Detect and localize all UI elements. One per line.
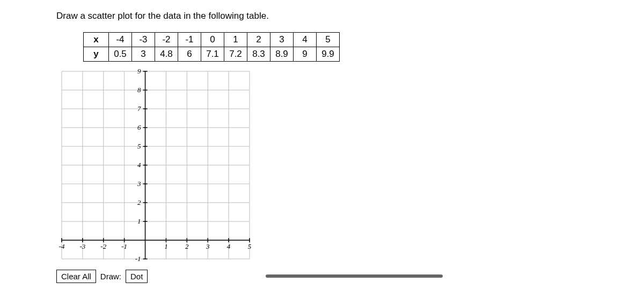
table-row-y: y 0.5 3 4.8 6 7.1 7.2 8.3 8.9 9 9.9 (84, 47, 340, 62)
svg-text:-3: -3 (79, 242, 85, 250)
x-val: -4 (109, 33, 132, 47)
svg-text:1: 1 (164, 242, 168, 250)
y-val: 8.3 (247, 47, 270, 62)
y-val: 7.2 (224, 47, 247, 62)
x-val: 2 (247, 33, 270, 47)
svg-text:5: 5 (137, 142, 141, 150)
y-val: 7.1 (201, 47, 224, 62)
x-val: 5 (317, 33, 340, 47)
svg-text:5: 5 (248, 242, 252, 250)
svg-text:3: 3 (137, 180, 141, 188)
svg-text:2: 2 (185, 242, 189, 250)
y-val: 6 (178, 47, 201, 62)
svg-text:7: 7 (137, 105, 141, 113)
svg-text:4: 4 (137, 161, 141, 169)
svg-text:1: 1 (137, 217, 141, 225)
x-val: 3 (270, 33, 294, 47)
svg-text:-1: -1 (135, 255, 141, 263)
svg-text:4: 4 (227, 242, 231, 250)
y-val: 8.9 (270, 47, 294, 62)
table-row-x: x -4 -3 -2 -1 0 1 2 3 4 5 (84, 33, 340, 47)
svg-text:8: 8 (137, 86, 141, 94)
svg-text:-4: -4 (59, 242, 65, 250)
y-val: 4.8 (155, 47, 178, 62)
y-val: 9 (294, 47, 317, 62)
instruction-text: Draw a scatter plot for the data in the … (56, 11, 628, 21)
x-val: -3 (132, 33, 155, 47)
x-val: 0 (201, 33, 224, 47)
svg-text:9: 9 (137, 67, 141, 75)
header-x: x (84, 33, 109, 47)
y-val: 3 (132, 47, 155, 62)
horizontal-scrollbar[interactable] (266, 274, 443, 278)
svg-text:3: 3 (206, 242, 210, 250)
dot-button[interactable]: Dot (126, 270, 148, 283)
header-y: y (84, 47, 109, 62)
svg-text:-2: -2 (100, 242, 106, 250)
svg-text:-1: -1 (121, 242, 127, 250)
draw-label: Draw: (100, 272, 121, 281)
clear-all-button[interactable]: Clear All (56, 270, 96, 283)
data-table: x -4 -3 -2 -1 0 1 2 3 4 5 y 0.5 3 4.8 6 … (83, 32, 340, 62)
plot-grid[interactable]: -4-3-2-112345-1123456789 (56, 66, 255, 264)
x-val: -2 (155, 33, 178, 47)
y-val: 0.5 (109, 47, 132, 62)
x-val: 4 (294, 33, 317, 47)
scatter-plot[interactable]: -4-3-2-112345-1123456789 (56, 66, 255, 264)
x-val: 1 (224, 33, 247, 47)
y-val: 9.9 (317, 47, 340, 62)
x-val: -1 (178, 33, 201, 47)
svg-text:6: 6 (137, 123, 141, 131)
svg-text:2: 2 (137, 198, 141, 206)
